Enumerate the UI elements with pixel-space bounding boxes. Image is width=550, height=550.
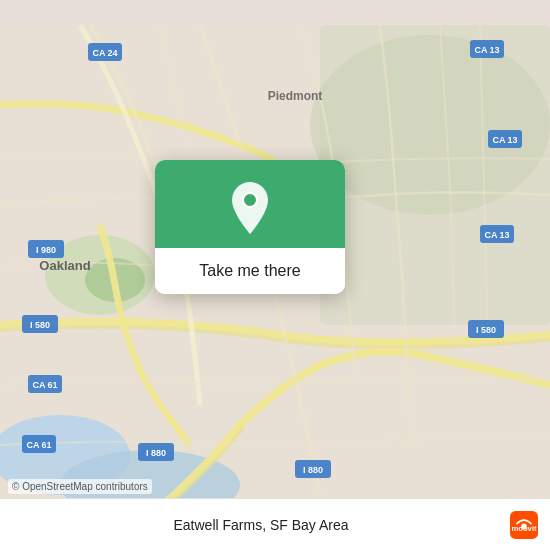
moovit-icon: moovit xyxy=(510,511,538,539)
svg-text:I 880: I 880 xyxy=(303,465,323,475)
moovit-logo: moovit xyxy=(510,511,538,539)
svg-text:Oakland: Oakland xyxy=(39,258,90,273)
svg-text:CA 61: CA 61 xyxy=(32,380,57,390)
bottom-bar: Eatwell Farms, SF Bay Area moovit xyxy=(0,498,550,550)
svg-text:I 580: I 580 xyxy=(30,320,50,330)
svg-text:CA 24: CA 24 xyxy=(92,48,117,58)
svg-text:CA 13: CA 13 xyxy=(484,230,509,240)
popup-card-header xyxy=(155,160,345,248)
popup-card: Take me there xyxy=(155,160,345,294)
svg-point-34 xyxy=(521,523,527,529)
svg-text:CA 61: CA 61 xyxy=(26,440,51,450)
map-container: CA 24 I 580 I 980 CA 13 CA 13 CA 13 I 58… xyxy=(0,0,550,550)
take-me-there-button[interactable]: Take me there xyxy=(155,248,345,294)
svg-text:I 980: I 980 xyxy=(36,245,56,255)
svg-point-6 xyxy=(310,35,550,215)
svg-text:I 880: I 880 xyxy=(146,448,166,458)
svg-text:CA 13: CA 13 xyxy=(474,45,499,55)
location-title: Eatwell Farms, SF Bay Area xyxy=(12,517,510,533)
copyright-text: © OpenStreetMap contributors xyxy=(8,479,152,494)
svg-text:CA 13: CA 13 xyxy=(492,135,517,145)
location-pin-icon xyxy=(228,182,272,234)
svg-text:Piedmont: Piedmont xyxy=(268,89,323,103)
svg-text:I 580: I 580 xyxy=(476,325,496,335)
svg-point-31 xyxy=(243,193,257,207)
